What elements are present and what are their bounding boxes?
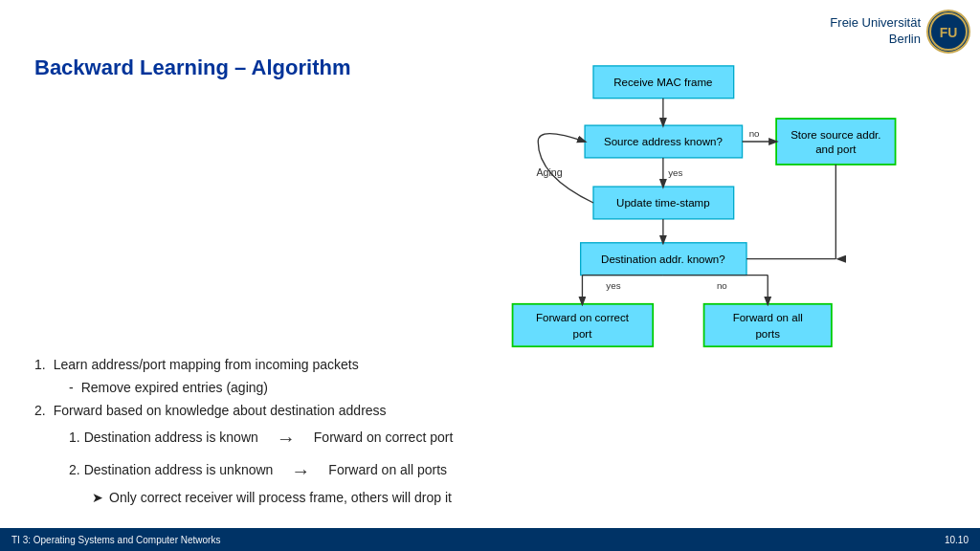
logo-icon: FU	[926, 10, 970, 54]
svg-text:FU: FU	[940, 25, 958, 40]
logo-text: Freie Universität Berlin	[830, 15, 921, 48]
svg-rect-13	[513, 304, 654, 346]
svg-text:and port: and port	[815, 143, 857, 155]
logo-line2: Berlin	[830, 32, 921, 48]
university-logo: Freie Universität Berlin FU	[830, 10, 970, 54]
svg-rect-16	[704, 304, 832, 346]
svg-text:Source address known?: Source address known?	[604, 136, 723, 147]
footer-left: TI 3: Operating Systems and Computer Net…	[11, 535, 220, 545]
list-item-2-sub3: ➤ Only correct receiver will process fra…	[92, 487, 953, 510]
list-text-1: Learn address/port mapping from incoming…	[54, 354, 359, 377]
flowchart: Receive MAC frame Source address known? …	[459, 57, 957, 364]
sub-num-2: 2.	[69, 459, 80, 482]
svg-text:Forward on correct: Forward on correct	[536, 312, 630, 323]
svg-text:ports: ports	[755, 328, 780, 340]
sub-text-2-1: Destination address is known	[84, 427, 258, 450]
svg-rect-9	[593, 187, 734, 219]
svg-text:Destination addr. known?: Destination addr. known?	[601, 253, 725, 265]
content-section: 1. Learn address/port mapping from incom…	[34, 354, 953, 510]
list-bullet-dash: -	[69, 377, 74, 400]
svg-text:Forward on all: Forward on all	[733, 312, 803, 323]
list-sub-text-1: Remove expired entries (aging)	[81, 377, 268, 400]
sub-result-2-2: Forward on all ports	[328, 459, 447, 482]
list-num-2: 2.	[34, 400, 46, 423]
page-title: Backward Learning – Algorithm	[34, 55, 350, 80]
sub-bullet-arrow: ➤	[92, 487, 103, 510]
list-item-2: 2. Forward based on knowledge about dest…	[34, 400, 953, 423]
svg-text:yes: yes	[668, 167, 682, 178]
svg-text:no: no	[717, 280, 727, 291]
arrow-icon-1: →	[262, 422, 310, 454]
list-text-2: Forward based on knowledge about destina…	[54, 400, 387, 423]
svg-rect-2	[593, 66, 734, 99]
svg-text:port: port	[572, 328, 592, 340]
list-item-2-sub2: 2. Destination address is unknown → Forw…	[69, 454, 953, 487]
svg-rect-6	[776, 119, 895, 165]
sub-text-2-3: Only correct receiver will process frame…	[109, 487, 452, 510]
svg-text:no: no	[749, 128, 760, 139]
svg-text:Aging: Aging	[536, 166, 562, 178]
footer: TI 3: Operating Systems and Computer Net…	[0, 528, 980, 551]
sub-num-1: 1.	[69, 427, 80, 450]
sub-result-2-1: Forward on correct port	[314, 427, 454, 450]
svg-text:Update time-stamp: Update time-stamp	[616, 197, 710, 209]
svg-rect-11	[581, 243, 746, 276]
sub-text-2-2: Destination address is unknown	[84, 459, 274, 482]
list-num-1: 1.	[34, 354, 46, 377]
arrow-icon-2: →	[277, 454, 324, 487]
content-list: 1. Learn address/port mapping from incom…	[34, 354, 953, 510]
list-item-1: 1. Learn address/port mapping from incom…	[34, 354, 953, 377]
flowchart-svg: Receive MAC frame Source address known? …	[459, 57, 957, 364]
svg-text:Store source addr.: Store source addr.	[791, 129, 880, 141]
svg-rect-4	[585, 125, 742, 158]
list-item-1-sub1: - Remove expired entries (aging)	[69, 377, 953, 400]
logo-line1: Freie Universität	[830, 15, 921, 32]
list-item-2-sub1: 1. Destination address is known → Forwar…	[69, 422, 953, 454]
svg-text:yes: yes	[606, 280, 620, 291]
svg-text:Receive MAC frame: Receive MAC frame	[613, 77, 712, 88]
list-item-2-subs: 1. Destination address is known → Forwar…	[69, 422, 953, 510]
footer-right: 10.10	[945, 535, 969, 545]
